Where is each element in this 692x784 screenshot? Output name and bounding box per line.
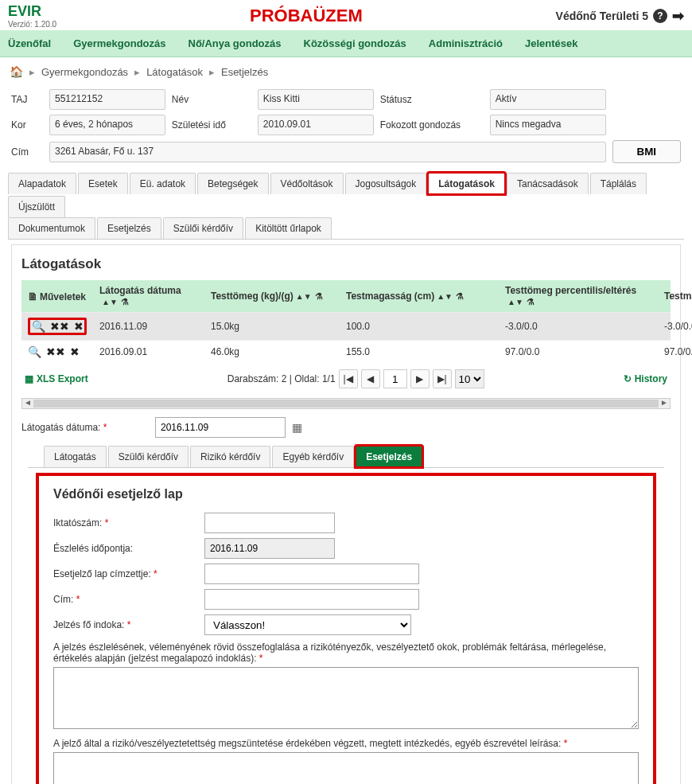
pager-last-icon[interactable]: ▶| [433, 369, 452, 388]
visits-title: Látogatások [21, 256, 671, 272]
textarea-desc2[interactable] [53, 752, 639, 784]
filter-icon[interactable]: ⚗ [527, 297, 535, 306]
col-hperc[interactable]: Testmagasság percentil [664, 291, 692, 302]
label-taj: TAJ [11, 94, 43, 105]
label-szul: Születési idő [172, 119, 251, 131]
ops-header-icon: 🗎 [28, 291, 38, 302]
nav-jelentesek[interactable]: Jelentések [525, 37, 578, 49]
filter-icon[interactable]: ⚗ [315, 291, 323, 301]
col-height[interactable]: Testmagasság (cm) [346, 291, 434, 302]
tab-esetjelzes[interactable]: Esetjelzés [97, 217, 161, 239]
visits-table-head: 🗎Műveletek Látogatás dátuma▲▼⚗ Testtömeg… [21, 280, 671, 312]
help-icon[interactable]: ? [653, 9, 667, 23]
col-date[interactable]: Látogatás dátuma [99, 285, 181, 296]
tab-betegsegek[interactable]: Betegségek [197, 173, 268, 194]
tab-latogatasok[interactable]: Látogatások [428, 173, 505, 194]
label-kor: Kor [11, 119, 43, 131]
table-row[interactable]: 🔍 ✖✖ ✖ 2016.09.01 46.0kg 155.0 97.0/0.0 … [21, 340, 671, 363]
col-weight[interactable]: Testtömeg (kg)/(g) [211, 291, 294, 302]
tab-taplalas[interactable]: Táplálás [590, 173, 647, 194]
tab-jogosultsagok[interactable]: Jogosultságok [345, 173, 427, 194]
input-iktato[interactable] [204, 513, 335, 533]
tab-esetek[interactable]: Esetek [78, 173, 128, 194]
nav-uzenofal[interactable]: Üzenőfal [8, 37, 51, 49]
delete-icon[interactable]: ✖ [74, 320, 84, 333]
sort-icon[interactable]: ▲▼ [437, 294, 453, 299]
tab-ujszulott[interactable]: Újszülött [8, 196, 65, 217]
visits-section: Látogatások 🗎Műveletek Látogatás dátuma▲… [11, 244, 681, 784]
tab-kitoltott[interactable]: Kitöltött űrlapok [245, 217, 332, 239]
chevron-right-icon: ▸ [134, 66, 140, 78]
case-title: Védőnői esetjelző lap [53, 487, 639, 501]
sort-icon[interactable]: ▲▼ [296, 294, 312, 299]
value-kor: 6 éves, 2 hónapos [49, 115, 165, 135]
logout-icon[interactable]: ➡ [672, 7, 684, 25]
cell-date: 2016.11.09 [93, 316, 204, 337]
value-statusz: Aktív [490, 89, 606, 110]
pager-page-input[interactable] [383, 369, 407, 388]
nav-kozossegi[interactable]: Közösségi gondozás [304, 37, 406, 49]
nav-noanya[interactable]: Nő/Anya gondozás [189, 37, 282, 49]
textarea-desc1[interactable] [53, 667, 639, 729]
sort-icon[interactable]: ▲▼ [102, 300, 118, 305]
tab-alapadatok[interactable]: Alapadatok [8, 173, 76, 194]
label-iktato: Iktatószám: * [53, 517, 204, 529]
chevron-right-icon: ▸ [209, 66, 215, 78]
pager-first-icon[interactable]: |◀ [339, 369, 358, 388]
desc2: A jelző által a rizikó/veszélyeztetettsé… [53, 738, 639, 749]
label-cim: Cím: * [53, 594, 204, 605]
xls-export-link[interactable]: ▦ XLS Export [25, 373, 88, 384]
bc-2[interactable]: Látogatások [146, 66, 203, 78]
tab-dokumentumok[interactable]: Dokumentumok [8, 217, 95, 239]
cell-wperc: 97.0/0.0 [499, 341, 658, 362]
tab-szuloi[interactable]: Szülői kérdőív [163, 217, 243, 239]
tab-eu[interactable]: Eü. adatok [130, 173, 196, 194]
label-statusz: Státusz [380, 94, 484, 105]
input-cim[interactable] [204, 589, 419, 610]
label-indok: Jelzés fő indoka: * [53, 619, 204, 630]
app-title: EVIR [8, 3, 56, 20]
sort-icon[interactable]: ▲▼ [507, 300, 523, 305]
value-fokozott: Nincs megadva [490, 115, 606, 135]
chevron-right-icon: ▸ [29, 66, 35, 78]
subtab-latogatas[interactable]: Látogatás [44, 446, 107, 467]
value-taj: 551212152 [49, 89, 165, 110]
banner-title: PRÓBAÜZEM [56, 6, 555, 26]
edit-icon[interactable]: ✖✖ [50, 320, 69, 333]
subtab-esetjelzes[interactable]: Esetjelzés [356, 446, 422, 467]
pager-count: Darabszám: 2 | Oldal: 1/1 [227, 373, 336, 384]
delete-icon[interactable]: ✖ [70, 345, 80, 358]
horizontal-scrollbar[interactable] [21, 398, 671, 409]
view-icon[interactable]: 🔍 [28, 345, 41, 358]
input-cimzett[interactable] [204, 564, 419, 584]
col-wperc[interactable]: Testtömeg percentilis/eltérés [505, 285, 636, 296]
col-ops: Műveletek [40, 291, 86, 302]
select-indok[interactable]: Válasszon! [204, 614, 411, 635]
home-icon[interactable]: 🏠 [10, 65, 23, 78]
cell-wperc: -3.0/0.0 [499, 316, 658, 337]
table-row[interactable]: 🔍 ✖✖ ✖ 2016.11.09 15.0kg 100.0 -3.0/0.0 … [21, 312, 671, 340]
history-label: History [635, 373, 667, 384]
nav-admin[interactable]: Adminisztráció [429, 37, 503, 49]
view-icon[interactable]: 🔍 [32, 320, 45, 333]
subtab-riziko[interactable]: Rizikó kérdőív [190, 446, 270, 467]
filter-icon[interactable]: ⚗ [456, 291, 464, 301]
tab-tanacsadasok[interactable]: Tanácsadások [507, 173, 589, 194]
calendar-icon[interactable]: ▦ [292, 421, 302, 434]
app-version: Verzió: 1.20.0 [8, 20, 56, 29]
cell-weight: 46.0kg [204, 341, 340, 362]
bmi-button[interactable]: BMI [612, 140, 681, 163]
tab-vedooltasok[interactable]: Védőoltások [270, 173, 344, 194]
pager-next-icon[interactable]: ▶ [410, 369, 430, 388]
bc-1[interactable]: Gyermekgondozás [41, 66, 128, 78]
history-link[interactable]: ↻ History [624, 373, 667, 384]
subtab-egyeb[interactable]: Egyéb kérdőív [272, 446, 354, 467]
nav-gyermek[interactable]: Gyermekgondozás [73, 37, 165, 49]
edit-icon[interactable]: ✖✖ [46, 345, 65, 358]
subtab-szuloi[interactable]: Szülői kérdőív [108, 446, 189, 467]
filter-icon[interactable]: ⚗ [121, 297, 129, 306]
cell-height: 155.0 [340, 341, 499, 362]
visit-date-input[interactable] [155, 417, 286, 438]
pager-prev-icon[interactable]: ◀ [361, 369, 380, 388]
page-size-select[interactable]: 10 [455, 369, 484, 388]
